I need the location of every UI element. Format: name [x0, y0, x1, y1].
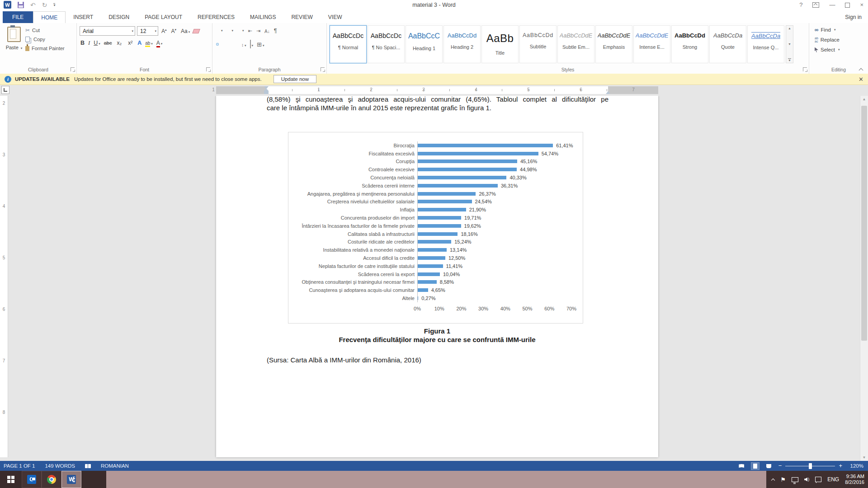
- style-item[interactable]: AaBbCcDdE Intense E...: [633, 25, 670, 63]
- gallery-expand-icon[interactable]: ▼: [788, 58, 791, 62]
- style-item[interactable]: AaBbCcDdE Emphasis: [595, 25, 632, 63]
- tab-selector-button[interactable]: [1, 86, 9, 94]
- style-item[interactable]: AaBbCcDc ¶ Normal: [330, 25, 367, 63]
- taskbar-chrome-button[interactable]: [42, 471, 61, 488]
- style-item[interactable]: AaBbCcC Heading 1: [406, 25, 443, 63]
- find-button[interactable]: ∞Find▾: [815, 27, 840, 33]
- right-indent-marker[interactable]: [606, 91, 610, 94]
- horizontal-ruler[interactable]: 11234567: [216, 86, 658, 94]
- font-dialog-launcher-icon[interactable]: [206, 67, 210, 71]
- superscript-button[interactable]: x²: [127, 39, 134, 47]
- font-color-button[interactable]: A▾: [156, 40, 163, 46]
- start-button[interactable]: [0, 471, 22, 488]
- paragraph-dialog-launcher-icon[interactable]: [321, 67, 325, 71]
- print-layout-button[interactable]: [751, 463, 759, 469]
- ribbon-tab[interactable]: FILE: [3, 11, 33, 23]
- show-formatting-marks-button[interactable]: ¶: [274, 28, 277, 33]
- grow-font-button[interactable]: A: [160, 28, 168, 35]
- paste-button[interactable]: Paste ▾: [4, 27, 24, 62]
- borders-button[interactable]: ⊞▾: [257, 40, 264, 48]
- style-item[interactable]: AaBbCcDd Heading 2: [443, 25, 481, 63]
- style-item[interactable]: AaBbCcDd Strong: [671, 25, 708, 63]
- subscript-button[interactable]: x₂: [116, 39, 123, 47]
- underline-button[interactable]: U▾: [94, 40, 100, 46]
- justify-button[interactable]: [235, 43, 238, 46]
- clipboard-dialog-launcher-icon[interactable]: [71, 67, 75, 71]
- tray-expand-icon[interactable]: [772, 478, 775, 481]
- proofing-icon[interactable]: [85, 464, 91, 468]
- zoom-level[interactable]: 120%: [848, 463, 863, 469]
- vertical-scrollbar[interactable]: ▲ ▼: [860, 96, 868, 461]
- style-item[interactable]: AaBbCcDa Intense Q...: [747, 25, 784, 63]
- help-button[interactable]: ?: [799, 1, 802, 9]
- ribbon-tab[interactable]: REVIEW: [283, 11, 320, 23]
- strikethrough-button[interactable]: abc: [104, 40, 112, 46]
- gallery-scroll-up-icon[interactable]: ▲: [788, 27, 791, 30]
- restore-button[interactable]: [845, 3, 850, 8]
- collapse-ribbon-icon[interactable]: [859, 67, 863, 71]
- highlight-button[interactable]: ab▾: [145, 40, 153, 46]
- ribbon-display-options-icon[interactable]: [812, 2, 819, 8]
- bold-button[interactable]: B: [80, 40, 85, 46]
- clock[interactable]: 9:36 AM 8/2/2016: [845, 474, 864, 485]
- style-item[interactable]: AaBbCcDdE Subtle Em...: [557, 25, 594, 63]
- line-spacing-button[interactable]: ▾: [241, 40, 246, 48]
- embedded-chart[interactable]: Birocraţia61,41%Fiscalitatea excesivă54,…: [288, 132, 583, 324]
- ribbon-tab[interactable]: PAGE LAYOUT: [137, 11, 190, 23]
- clear-formatting-icon[interactable]: [192, 29, 200, 33]
- copy-button[interactable]: Copy: [25, 37, 65, 42]
- scrollbar-thumb[interactable]: [861, 106, 867, 341]
- taskbar-word-button[interactable]: W: [61, 471, 81, 488]
- cut-button[interactable]: ✂Cut: [25, 28, 65, 33]
- increase-indent-button[interactable]: ⇥: [256, 28, 260, 33]
- close-button[interactable]: ×: [860, 1, 863, 9]
- styles-dialog-launcher-icon[interactable]: [803, 67, 807, 71]
- left-indent-marker[interactable]: [264, 91, 269, 94]
- italic-button[interactable]: I: [88, 40, 90, 47]
- taskbar-outlook-button[interactable]: O: [22, 471, 42, 488]
- action-flag-icon[interactable]: ⚑: [781, 477, 786, 483]
- notification-close-icon[interactable]: ✕: [859, 76, 863, 83]
- page-count[interactable]: PAGE 1 OF 1: [4, 463, 35, 469]
- align-left-button[interactable]: [216, 43, 219, 46]
- minimize-button[interactable]: —: [829, 1, 835, 9]
- style-item[interactable]: AaBbCcDc ¶ No Spaci...: [368, 25, 405, 63]
- network-icon[interactable]: [792, 477, 798, 482]
- ribbon-tab[interactable]: REFERENCES: [190, 11, 242, 23]
- style-item[interactable]: AaBbCcDa Quote: [709, 25, 746, 63]
- action-center-icon[interactable]: [815, 477, 821, 482]
- update-now-button[interactable]: Update now: [274, 75, 316, 83]
- zoom-slider[interactable]: [785, 466, 835, 466]
- volume-button[interactable]: ): [804, 477, 809, 482]
- sort-button[interactable]: [264, 27, 270, 35]
- sign-in-link[interactable]: Sign in: [845, 14, 862, 20]
- change-case-button[interactable]: Aa▾: [179, 28, 191, 35]
- web-layout-button[interactable]: [765, 463, 773, 469]
- document-page[interactable]: (8,58%) şi cunoaşterea şi adoptarea acqu…: [216, 96, 658, 457]
- decrease-indent-button[interactable]: ⇤: [248, 28, 252, 33]
- zoom-in-button[interactable]: +: [839, 464, 842, 468]
- shrink-font-button[interactable]: A: [170, 28, 178, 35]
- ribbon-tab[interactable]: DESIGN: [101, 11, 137, 23]
- gallery-scroll-down-icon[interactable]: ▼: [788, 42, 791, 46]
- word-count[interactable]: 149 WORDS: [45, 463, 75, 469]
- font-size-combo[interactable]: 12▾: [137, 26, 158, 36]
- input-language[interactable]: ENG: [827, 476, 839, 483]
- font-name-combo[interactable]: Arial▾: [80, 26, 135, 36]
- ribbon-tab[interactable]: HOME: [33, 11, 66, 23]
- zoom-slider-thumb[interactable]: [809, 463, 812, 469]
- format-painter-button[interactable]: Format Painter: [25, 46, 65, 51]
- ribbon-tab[interactable]: VIEW: [321, 11, 350, 23]
- align-right-button[interactable]: [229, 43, 231, 46]
- language-indicator[interactable]: ROMANIAN: [101, 463, 129, 469]
- align-center-button[interactable]: [222, 43, 225, 46]
- style-item[interactable]: AaBbCcDd Subtitle: [519, 25, 557, 63]
- text-effects-button[interactable]: A: [137, 40, 142, 46]
- select-button[interactable]: Select▾: [815, 47, 840, 52]
- scroll-up-icon[interactable]: ▲: [860, 97, 868, 101]
- scroll-down-icon[interactable]: ▼: [860, 455, 868, 460]
- read-mode-button[interactable]: [738, 463, 745, 469]
- ribbon-tab[interactable]: MAILINGS: [242, 11, 283, 23]
- style-item[interactable]: AaBb Title: [481, 25, 519, 63]
- vertical-ruler[interactable]: 2345678: [0, 96, 8, 457]
